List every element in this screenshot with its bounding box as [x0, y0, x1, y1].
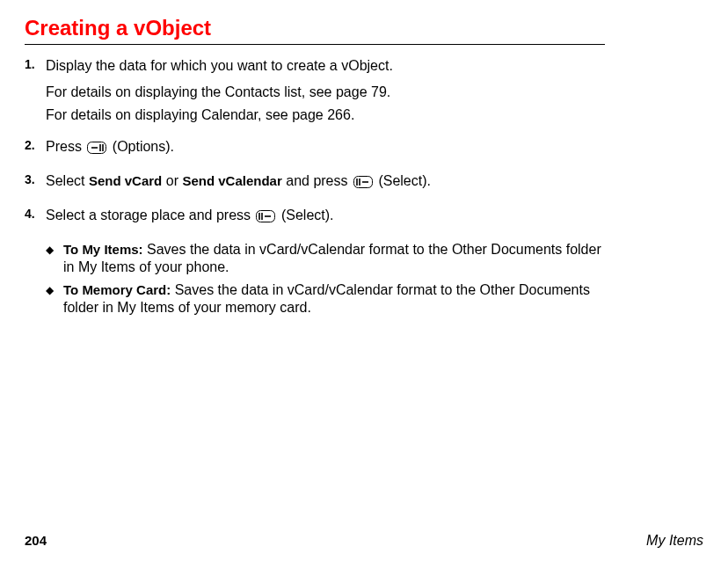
text-segment-bold: Send vCard	[89, 173, 162, 188]
text-segment: (Select).	[281, 208, 334, 222]
list-item-text: To Memory Card: Saves the data in vCard/…	[63, 281, 605, 317]
step-body: Select Send vCard or Send vCalendar and …	[46, 172, 605, 198]
step-text: Select a storage place and press (Select…	[46, 207, 605, 227]
content: 1. Display the data for which you want t…	[25, 57, 605, 317]
step-number: 3.	[25, 172, 46, 188]
text-segment: Select a storage place and press	[46, 208, 254, 222]
page-title: Creating a vObject	[25, 16, 703, 40]
text-segment: (Options).	[113, 139, 174, 154]
page-number: 204	[25, 533, 47, 549]
section-name: My Items	[646, 533, 703, 549]
step-text: Select Send vCard or Send vCalendar and …	[46, 172, 605, 193]
text-segment: and press	[286, 173, 352, 188]
text-segment-bold: Send vCalendar	[182, 173, 281, 188]
page: Creating a vObject 1. Display the data f…	[0, 0, 728, 561]
softkey-right-icon	[87, 141, 106, 158]
step-body: Press (Options).	[46, 138, 605, 164]
step-body: Display the data for which you want to c…	[46, 57, 605, 129]
list-item-desc: Saves the data in vCard/vCalendar format…	[63, 242, 601, 274]
text-segment: Select	[46, 173, 89, 188]
step-number: 4.	[25, 207, 46, 222]
sublist: ◆ To My Items: Saves the data in vCard/v…	[46, 241, 605, 317]
step-text: Display the data for which you want to c…	[46, 57, 605, 75]
softkey-left-icon	[353, 175, 373, 193]
heading-rule	[25, 44, 605, 45]
step-1: 1. Display the data for which you want t…	[25, 57, 605, 129]
step-3: 3. Select Send vCard or Send vCalendar a…	[25, 172, 605, 198]
list-item-label: To Memory Card:	[63, 282, 171, 297]
text-segment: (Select).	[378, 173, 431, 188]
list-item: ◆ To My Items: Saves the data in vCard/v…	[46, 241, 605, 276]
step-number: 2.	[25, 138, 46, 154]
list-item-text: To My Items: Saves the data in vCard/vCa…	[63, 241, 605, 276]
step-extra: For details on displaying the Contacts l…	[46, 84, 605, 101]
step-2: 2. Press (Options).	[25, 138, 605, 164]
step-number: 1.	[25, 57, 46, 73]
text-segment: or	[166, 173, 183, 188]
text-segment: Press	[46, 139, 85, 154]
footer: 204 My Items	[25, 533, 703, 549]
step-4: 4. Select a storage place and press (Sel…	[25, 207, 605, 232]
diamond-bullet-icon: ◆	[46, 241, 63, 259]
softkey-left-icon	[256, 209, 275, 227]
list-item: ◆ To Memory Card: Saves the data in vCar…	[46, 281, 605, 317]
step-body: Select a storage place and press (Select…	[46, 207, 605, 232]
step-text: Press (Options).	[46, 138, 605, 158]
step-extra: For details on displaying Calendar, see …	[46, 106, 605, 124]
diamond-bullet-icon: ◆	[46, 281, 63, 299]
list-item-label: To My Items:	[63, 242, 143, 257]
